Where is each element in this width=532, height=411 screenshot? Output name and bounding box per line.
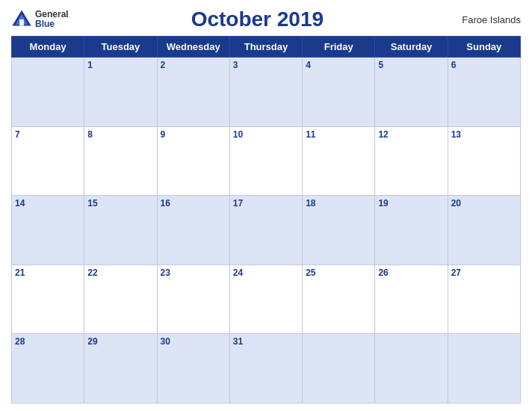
day-number: 5 (378, 60, 383, 70)
day-number: 3 (233, 60, 238, 70)
calendar-week-1: 123456 (12, 58, 521, 127)
col-wednesday: Wednesday (157, 37, 229, 58)
calendar-cell (303, 334, 375, 404)
day-number: 17 (233, 198, 243, 208)
calendar-cell: 20 (448, 196, 520, 265)
calendar-cell: 11 (303, 126, 375, 196)
calendar-cell (448, 334, 520, 404)
calendar-cell: 13 (448, 126, 520, 196)
calendar-header: General Blue October 2019 Faroe Islands (11, 7, 521, 31)
day-number: 16 (161, 198, 170, 208)
day-number: 4 (306, 60, 311, 70)
day-number: 22 (87, 268, 97, 278)
day-number: 18 (306, 198, 315, 208)
calendar-page: General Blue October 2019 Faroe Islands … (0, 0, 532, 411)
region-label: Faroe Islands (446, 14, 521, 25)
day-number: 23 (161, 268, 170, 278)
col-thursday: Thursday (229, 37, 302, 58)
calendar-cell: 27 (448, 265, 520, 334)
calendar-cell: 24 (229, 265, 302, 334)
col-saturday: Saturday (375, 37, 448, 58)
logo-icon (11, 9, 32, 30)
day-number: 8 (87, 129, 93, 140)
calendar-cell: 23 (157, 265, 229, 334)
logo: General Blue (11, 9, 69, 30)
calendar-cell: 25 (303, 265, 375, 334)
col-monday: Monday (12, 37, 84, 58)
day-number: 6 (451, 60, 457, 70)
calendar-week-4: 21222324252627 (12, 265, 521, 334)
calendar-cell: 19 (375, 196, 448, 265)
weekday-header-row: Monday Tuesday Wednesday Thursday Friday… (12, 37, 521, 58)
calendar-cell: 31 (229, 334, 302, 404)
calendar-cell: 10 (229, 126, 302, 196)
day-number: 11 (306, 129, 315, 140)
logo-text: General Blue (35, 10, 69, 29)
calendar-week-2: 78910111213 (12, 126, 521, 196)
day-number: 21 (15, 268, 25, 278)
calendar-cell (375, 334, 448, 404)
calendar-cell: 4 (303, 58, 375, 127)
calendar-cell: 9 (157, 126, 229, 196)
day-number: 30 (161, 336, 170, 347)
calendar-week-3: 14151617181920 (12, 196, 521, 265)
day-number: 7 (15, 129, 20, 140)
calendar-cell: 26 (375, 265, 448, 334)
calendar-cell: 14 (12, 196, 84, 265)
calendar-cell: 7 (12, 126, 84, 196)
day-number: 24 (233, 268, 243, 278)
calendar-body: 1234567891011121314151617181920212223242… (12, 58, 521, 404)
calendar-title: October 2019 (69, 7, 446, 31)
calendar-table: Monday Tuesday Wednesday Thursday Friday… (11, 36, 521, 404)
calendar-cell: 2 (157, 58, 229, 127)
calendar-cell: 16 (157, 196, 229, 265)
calendar-cell: 15 (84, 196, 157, 265)
calendar-cell: 18 (303, 196, 375, 265)
calendar-week-5: 28293031 (12, 334, 521, 404)
calendar-cell: 12 (375, 126, 448, 196)
day-number: 2 (161, 60, 166, 70)
day-number: 31 (233, 336, 243, 347)
day-number: 27 (451, 268, 461, 278)
calendar-cell: 22 (84, 265, 157, 334)
day-number: 9 (161, 129, 166, 140)
month-year-label: October 2019 (191, 7, 324, 31)
day-number: 13 (451, 129, 461, 140)
calendar-cell: 29 (84, 334, 157, 404)
col-tuesday: Tuesday (84, 37, 157, 58)
calendar-cell: 17 (229, 196, 302, 265)
calendar-cell: 6 (448, 58, 520, 127)
day-number: 14 (15, 198, 25, 208)
calendar-cell: 1 (84, 58, 157, 127)
col-friday: Friday (303, 37, 375, 58)
day-number: 29 (87, 336, 97, 347)
day-number: 26 (378, 268, 388, 278)
calendar-cell: 3 (229, 58, 302, 127)
calendar-cell: 5 (375, 58, 448, 127)
calendar-cell: 8 (84, 126, 157, 196)
col-sunday: Sunday (448, 37, 520, 58)
day-number: 19 (378, 198, 388, 208)
day-number: 1 (87, 60, 93, 70)
day-number: 10 (233, 129, 243, 140)
logo-blue-text: Blue (35, 19, 69, 29)
svg-rect-2 (19, 19, 24, 25)
day-number: 28 (15, 336, 25, 347)
calendar-cell: 30 (157, 334, 229, 404)
day-number: 12 (378, 129, 388, 140)
day-number: 20 (451, 198, 461, 208)
day-number: 25 (306, 268, 315, 278)
calendar-cell (12, 58, 84, 127)
calendar-cell: 28 (12, 334, 84, 404)
calendar-cell: 21 (12, 265, 84, 334)
day-number: 15 (87, 198, 97, 208)
